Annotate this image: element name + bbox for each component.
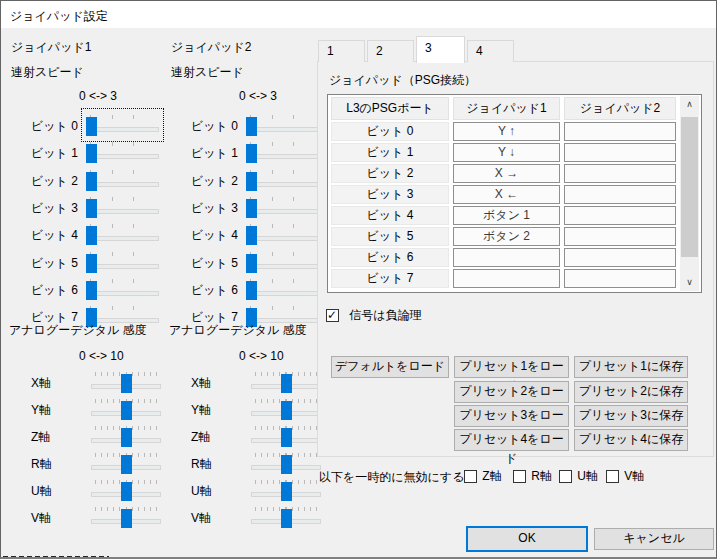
slider-thumb[interactable] <box>281 374 292 393</box>
disable-u-axis-checkbox[interactable] <box>559 470 572 483</box>
bit4-pad2-mapping-button[interactable] <box>564 206 676 225</box>
title-bar[interactable]: ジョイパッド設定 <box>1 1 716 28</box>
pad1-bit0-slider[interactable] <box>86 113 159 137</box>
slider-thumb[interactable] <box>246 281 257 300</box>
bit5-pad2-mapping-button[interactable] <box>564 227 676 246</box>
scrollbar-thumb[interactable] <box>681 117 698 257</box>
tab-2[interactable]: 2 <box>367 40 414 62</box>
bit0-pad1-mapping-button[interactable]: Y ↑ <box>453 122 560 141</box>
bit3-pad1-mapping-button[interactable]: X ← <box>453 185 560 204</box>
save-preset2-button[interactable]: プリセット2に保存 <box>574 381 688 403</box>
pad2-u-axis-slider[interactable] <box>251 478 321 502</box>
slider-thumb[interactable] <box>86 281 97 300</box>
disable-v-axis-checkbox[interactable] <box>606 470 619 483</box>
slider-thumb[interactable] <box>246 144 257 163</box>
bit7-pad1-mapping-button[interactable] <box>453 269 560 288</box>
bit6-label: ビット 6 <box>191 282 238 299</box>
slider-thumb[interactable] <box>246 254 257 273</box>
slider-thumb[interactable] <box>281 428 292 447</box>
pad1-bit3-slider[interactable] <box>86 195 159 219</box>
scroll-down-icon[interactable]: ∨ <box>680 274 699 291</box>
pad1-y-axis-slider[interactable] <box>91 397 161 421</box>
disable-z-axis-checkbox[interactable] <box>464 470 477 483</box>
slider-thumb[interactable] <box>121 374 132 393</box>
bit4-row: ビット 4 <box>9 221 169 248</box>
bit1-pad1-mapping-button[interactable]: Y ↓ <box>453 143 560 162</box>
slider-thumb[interactable] <box>121 509 132 528</box>
slider-thumb[interactable] <box>281 455 292 474</box>
load-preset1-button[interactable]: プリセット1をロード <box>454 356 569 378</box>
pad1-bit6-slider[interactable] <box>86 277 159 301</box>
slider-thumb[interactable] <box>86 172 97 191</box>
save-preset1-button[interactable]: プリセット1に保存 <box>574 356 688 378</box>
pad2-v-axis-slider[interactable] <box>251 505 321 529</box>
slider-thumb[interactable] <box>246 172 257 191</box>
pad2-r-axis-slider[interactable] <box>251 451 321 475</box>
slider-thumb[interactable] <box>86 254 97 273</box>
tab-1[interactable]: 1 <box>318 40 365 62</box>
pad1-bit2-slider[interactable] <box>86 168 159 192</box>
bit5-pad1-mapping-button[interactable]: ボタン 2 <box>453 227 560 246</box>
scroll-up-icon[interactable]: ∧ <box>680 96 699 113</box>
pad2-bit5-slider[interactable] <box>246 250 319 274</box>
bit6-pad2-mapping-button[interactable] <box>564 248 676 267</box>
slider-thumb[interactable] <box>246 199 257 218</box>
pad1-bit5-slider[interactable] <box>86 250 159 274</box>
tab-3-active[interactable]: 3 <box>416 36 465 63</box>
pad2-bit6-slider[interactable] <box>246 277 319 301</box>
pad2-bit3-slider[interactable] <box>246 195 319 219</box>
pad1-z-axis-slider[interactable] <box>91 424 161 448</box>
disable-r-axis-checkbox[interactable] <box>513 470 526 483</box>
pad1-v-axis-slider[interactable] <box>91 505 161 529</box>
slider-thumb[interactable] <box>121 455 132 474</box>
pad2-x-axis-slider[interactable] <box>251 370 321 394</box>
slider-thumb[interactable] <box>281 509 292 528</box>
slider-thumb[interactable] <box>281 482 292 501</box>
pad1-u-axis-slider[interactable] <box>91 478 161 502</box>
tab-4[interactable]: 4 <box>467 40 514 62</box>
pad2-bit2-slider[interactable] <box>246 168 319 192</box>
slider-thumb[interactable] <box>86 199 97 218</box>
pad1-x-axis-slider[interactable] <box>91 370 161 394</box>
table-scrollbar[interactable]: ∧ ∨ <box>680 96 699 291</box>
bit3-pad2-mapping-button[interactable] <box>564 185 676 204</box>
bit0-pad2-mapping-button[interactable] <box>564 122 676 141</box>
slider-thumb[interactable] <box>246 226 257 245</box>
preset-tab-strip: 1 2 3 4 <box>318 35 516 62</box>
slider-thumb[interactable] <box>121 482 132 501</box>
y-axis-label: Y軸 <box>191 402 211 419</box>
slider-thumb[interactable] <box>281 401 292 420</box>
pad2-bit0-slider[interactable] <box>246 113 319 137</box>
pad1-bit1-slider[interactable] <box>86 140 159 164</box>
bit7-pad2-mapping-button[interactable] <box>564 269 676 288</box>
slider-thumb[interactable] <box>246 117 257 136</box>
psg-mapping-table: L3のPSGポート ジョイパッド1 ジョイパッド2 ビット 0 Y ↑ ビット … <box>327 94 702 293</box>
slider-thumb[interactable] <box>86 226 97 245</box>
bit1-pad2-mapping-button[interactable] <box>564 143 676 162</box>
bit4-pad1-mapping-button[interactable]: ボタン 1 <box>453 206 560 225</box>
load-preset4-button[interactable]: プリセット4をロード <box>454 429 569 451</box>
bit2-pad1-mapping-button[interactable]: X → <box>453 164 560 183</box>
cancel-button[interactable]: キャンセル <box>594 528 714 550</box>
ok-button[interactable]: OK <box>466 526 588 552</box>
load-default-button[interactable]: デフォルトをロード <box>331 356 449 378</box>
save-preset4-button[interactable]: プリセット4に保存 <box>574 429 688 451</box>
load-preset2-button[interactable]: プリセット2をロード <box>454 381 569 403</box>
pad2-bit1-slider[interactable] <box>246 140 319 164</box>
pad2-bit4-slider[interactable] <box>246 222 319 246</box>
pad2-y-axis-slider[interactable] <box>251 397 321 421</box>
negative-logic-checkbox[interactable] <box>326 309 339 322</box>
slider-thumb[interactable] <box>86 144 97 163</box>
pad2-z-axis-slider[interactable] <box>251 424 321 448</box>
slider-thumb[interactable] <box>121 401 132 420</box>
bit6-pad1-mapping-button[interactable] <box>453 248 560 267</box>
pad1-bit4-slider[interactable] <box>86 222 159 246</box>
bit2-row: ビット 2 <box>9 167 169 194</box>
load-preset3-button[interactable]: プリセット3をロード <box>454 405 569 427</box>
slider-thumb[interactable] <box>121 428 132 447</box>
y-axis-label: Y軸 <box>31 402 51 419</box>
slider-thumb[interactable] <box>86 117 97 136</box>
bit2-pad2-mapping-button[interactable] <box>564 164 676 183</box>
save-preset3-button[interactable]: プリセット3に保存 <box>574 405 688 427</box>
pad1-r-axis-slider[interactable] <box>91 451 161 475</box>
